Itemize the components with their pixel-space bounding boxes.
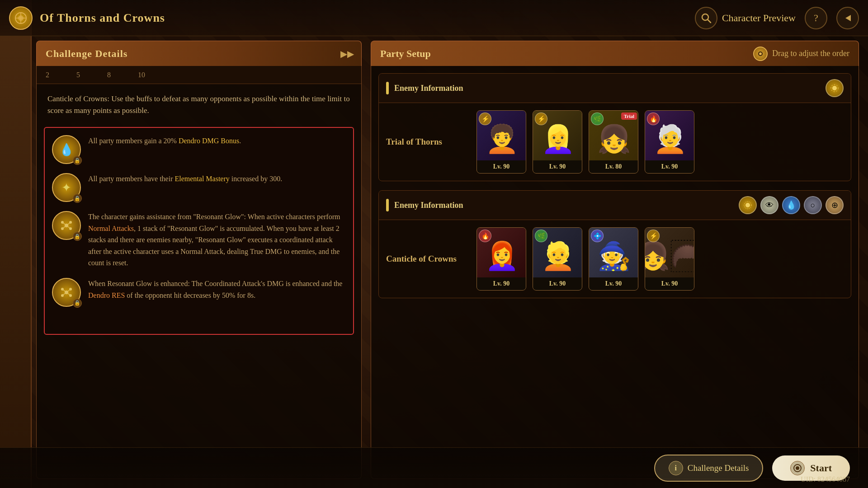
buff-icon-1: 💧 🔒 [52,135,81,164]
trial-of-thorns-label: Trial of Thorns [386,137,467,147]
section-indicator-2 [386,199,389,211]
party-setup-header: Party Setup Drag to adjust the order [371,41,859,66]
buff-text-2: All party members have their Elemental M… [88,173,346,185]
elem-badge-3: 🌿 [591,113,604,125]
char-level-2: Lv. 90 [533,160,582,173]
buff-item-1: 💧 🔒 All party members gain a 20% Dendro … [52,135,346,164]
canticle-of-crowns-section: Enemy Information 👁 💧 ○ ⊕ [378,190,851,298]
char-img-3: 🌿 Trial 👧 [589,111,638,160]
party-setup-title: Party Setup [380,48,753,60]
canticle-char-cards: 🔥 👩‍🦰 Lv. 90 🌿 👱 Lv. 90 [476,227,694,291]
help-button[interactable]: ? [805,7,827,29]
char-level-1: Lv. 90 [477,160,526,173]
trial-badge: Trial [621,113,637,120]
enemy-icon-ring: ⊕ [826,196,844,214]
uid-label: UID: 824564087 [801,475,850,483]
start-btn-label: Start [810,462,832,474]
challenge-details-button[interactable]: i Challenge Details [654,455,764,482]
character-preview-button[interactable]: Character Preview [695,7,796,29]
info-icon: i [669,461,683,475]
network-icon-4 [60,286,73,299]
elem-badge-1: ⚡ [479,113,491,125]
section-indicator [386,82,389,94]
search-icon [695,7,717,29]
buff-item-4: 🔒 When Resonant Glow is enhanced: The Co… [52,278,346,307]
top-bar: Of Thorns and Crowns Character Preview ? [0,0,868,36]
char-img-5: 🔥 👩‍🦰 [477,228,526,277]
progress-label-5: 5 [76,71,80,79]
buff-item-2: ✦ 🔒 All party members have their Element… [52,173,346,202]
char-img-6: 🌿 👱 [533,228,582,277]
char-card-8[interactable]: ⚡ 👧‍🦱 Lv. 90 [645,227,694,291]
char-level-4: Lv. 90 [645,160,694,173]
trial-char-cards: ⚡ 🧑‍🦱 Lv. 90 ⚡ 👱‍♀️ Lv. 90 [476,110,694,174]
canticle-of-crowns-content: Canticle of Crowns 🔥 👩‍🦰 Lv. 90 [379,220,851,298]
elem-badge-2: ⚡ [535,113,547,125]
enemy-icon-circle: ○ [804,196,822,214]
party-body: Enemy Information Trial of Thorns [371,66,859,479]
top-right-actions: Character Preview ? [695,7,859,29]
trial-of-thorns-header: Enemy Information [379,74,851,103]
trial-of-thorns-enemy-title: Enemy Information [394,84,826,93]
trial-of-thorns-content: Trial of Thorns ⚡ 🧑‍🦱 Lv. 90 [379,103,851,181]
char-card-4[interactable]: 🔥 🧑‍🦳 Lv. 90 [645,110,694,174]
challenge-details-header: Challenge Details ▶▶ [36,41,362,66]
drop-icon: 💧 [59,143,74,157]
bottom-bar: i Challenge Details Start [0,447,868,488]
buff-icon-2: ✦ 🔒 [52,173,81,202]
char-img-2: ⚡ 👱‍♀️ [533,111,582,160]
drag-hint: Drag to adjust the order [753,47,849,61]
lock-icon-1: 🔒 [73,156,82,165]
char-level-5: Lv. 90 [477,277,526,290]
canticle-of-crowns-header: Enemy Information 👁 💧 ○ ⊕ [379,191,851,220]
logo-icon [9,6,33,30]
drag-hint-label: Drag to adjust the order [772,49,849,58]
svg-point-28 [745,203,750,207]
challenge-details-btn-label: Challenge Details [688,463,749,473]
buffs-container[interactable]: 💧 🔒 All party members gain a 20% Dendro … [44,127,354,335]
progress-label-10: 10 [138,71,145,79]
char-card-5[interactable]: 🔥 👩‍🦰 Lv. 90 [476,227,526,291]
buff-text-4: When Resonant Glow is enhanced: The Coor… [88,278,346,301]
back-button[interactable] [836,7,859,29]
enemy-icon-sun [826,79,844,97]
challenge-details-title: Challenge Details [46,48,127,60]
lock-icon-4: 🔒 [73,299,82,308]
canticle-enemy-title: Enemy Information [394,201,739,210]
char-card-1[interactable]: ⚡ 🧑‍🦱 Lv. 90 [476,110,526,174]
enemy-icon-eye: 👁 [760,196,778,214]
svg-point-26 [832,86,837,90]
elem-badge-8: ⚡ [647,230,660,242]
char-level-3: Lv. 80 [589,160,638,173]
buff-text-1: All party members gain a 20% Dendro DMG … [88,135,346,147]
buff-icon-3: 🔒 [52,211,81,240]
network-icon-3 [60,219,73,232]
char-card-7[interactable]: 💠 🧙 Lv. 90 [589,227,638,291]
help-icon: ? [814,12,818,24]
start-icon [790,461,805,475]
trial-of-thorns-section: Enemy Information Trial of Thorns [378,73,851,181]
canticle-enemy-icons: 👁 💧 ○ ⊕ [739,196,844,214]
challenge-description: Canticle of Crowns: Use the buffs to def… [37,84,361,123]
lock-icon-3: 🔒 [73,232,82,241]
char-card-3[interactable]: 🌿 Trial 👧 Lv. 80 [589,110,638,174]
progress-bar-area: 2 5 8 10 [37,66,361,84]
progress-label-8: 8 [107,71,111,79]
right-panel: Party Setup Drag to adjust the order Ene… [371,41,859,479]
drag-icon [753,47,768,61]
enemy-icon-water: 💧 [782,196,800,214]
star-icon: ✦ [61,181,71,195]
char-card-6[interactable]: 🌿 👱 Lv. 90 [533,227,582,291]
buff-item-3: 🔒 The character gains assistance from "R… [52,211,346,269]
lock-icon-2: 🔒 [73,194,82,203]
char-level-8: Lv. 90 [645,277,694,290]
header-arrow-icon: ▶▶ [340,48,354,59]
char-img-1: ⚡ 🧑‍🦱 [477,111,526,160]
left-panel: Challenge Details ▶▶ 2 5 8 10 Canticle o… [36,41,362,479]
char-preview-label: Character Preview [722,12,796,24]
left-decoration [0,0,32,488]
buff-text-3: The character gains assistance from "Res… [88,211,346,269]
elem-badge-5: 🔥 [479,230,491,242]
svg-point-31 [796,466,799,470]
char-card-2[interactable]: ⚡ 👱‍♀️ Lv. 90 [533,110,582,174]
